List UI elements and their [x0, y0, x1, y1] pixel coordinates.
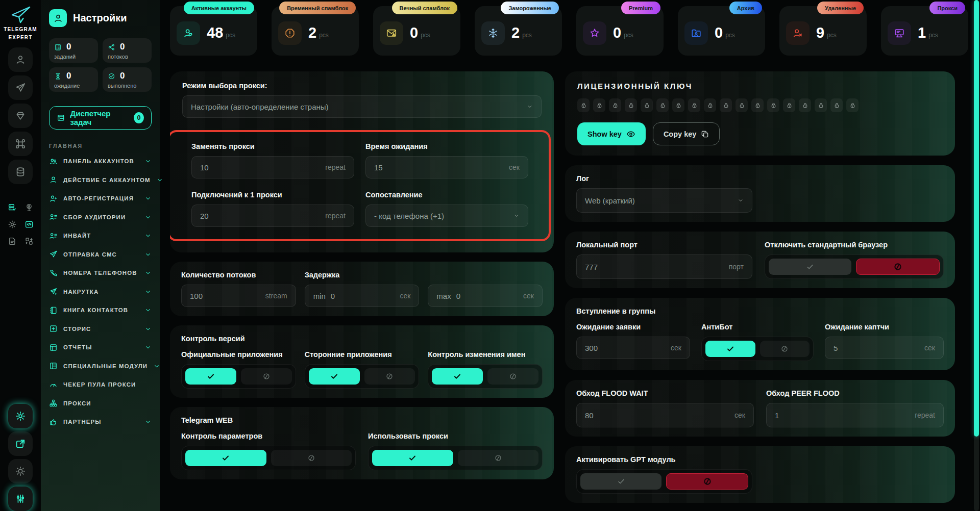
wait-time-input[interactable]: 15 сек: [365, 156, 528, 178]
disable-browser-toggle: [765, 254, 944, 279]
toggle-off-option[interactable]: [666, 473, 748, 490]
toggle-on-option[interactable]: [432, 368, 483, 385]
toggle-on-option[interactable]: [580, 473, 662, 490]
rail-mini-button[interactable]: [24, 236, 34, 246]
rail-button[interactable]: [8, 487, 33, 511]
toggle-off-option[interactable]: [458, 450, 539, 466]
rail-button[interactable]: [8, 47, 33, 72]
mapping-field: Сопоставление - код телефона (+1): [365, 191, 528, 227]
threads-field: Количество потоков 100 stream: [181, 271, 296, 307]
report-icon: [49, 343, 58, 352]
status-value: 0: [410, 25, 418, 40]
sidebar-menu-item[interactable]: НОМЕРА ТЕЛЕФОНОВ: [49, 264, 152, 283]
lock-icon: [783, 98, 795, 112]
rail-button[interactable]: [8, 132, 33, 156]
show-key-button[interactable]: Show key: [577, 122, 646, 145]
sidebar-menu-item[interactable]: ПАРТНЕРЫ: [49, 413, 152, 431]
chevron-down-icon: [513, 213, 520, 219]
lock-icon: [736, 98, 748, 112]
peer-flood-input[interactable]: 1 repeat: [766, 403, 944, 427]
rail-mini-button[interactable]: [24, 219, 34, 229]
rail-button[interactable]: [8, 104, 33, 128]
menu-item-label: ОТЧЕТЫ: [63, 344, 92, 350]
chevron-down-icon: [527, 104, 533, 110]
status-unit: pcs: [624, 32, 633, 40]
menu-item-label: ПАРТНЕРЫ: [63, 419, 102, 425]
status-value: 48: [207, 25, 223, 40]
toggle-on-option[interactable]: [372, 450, 453, 466]
sidebar-menu-item[interactable]: ОТЧЕТЫ: [49, 338, 152, 357]
chevron-down-icon: [144, 251, 152, 258]
rail-button[interactable]: [8, 459, 33, 483]
chevron-down-icon: [738, 197, 744, 203]
rail-button[interactable]: [8, 431, 33, 456]
scrollbar-thumb[interactable]: [974, 0, 979, 437]
connections-input[interactable]: 20 repeat: [191, 205, 354, 227]
rail-mini-button[interactable]: [7, 236, 17, 246]
toggle-off-option[interactable]: [364, 368, 415, 385]
captcha-wait-input[interactable]: 5 сек: [825, 337, 944, 359]
status-icon-tile: [888, 21, 911, 45]
sidebar-menu-item[interactable]: СБОР АУДИТОРИИ: [49, 208, 152, 227]
replace-proxy-input[interactable]: 10 repeat: [191, 156, 354, 178]
sidebar-menu-item[interactable]: ПАНЕЛЬ АККАУНТОВ: [49, 152, 152, 171]
request-wait-input[interactable]: 300 сек: [576, 337, 690, 359]
code-window-icon: [24, 220, 34, 229]
log-select[interactable]: Web (краткий): [576, 188, 752, 213]
counter-value: 0: [120, 71, 125, 81]
menu-item-label: АВТО-РЕГИСТРАЦИЯ: [63, 195, 134, 201]
flood-wait-input[interactable]: 80 сек: [576, 403, 754, 427]
toggle-on-option[interactable]: [185, 450, 266, 466]
version-control-panel: Контроль версий Официальные приложения: [170, 325, 554, 398]
lock-icon: [799, 98, 811, 112]
toggle-on-option[interactable]: [769, 259, 851, 275]
lock-icon: [720, 98, 732, 112]
rail-mini-button[interactable]: [7, 219, 17, 229]
toggle-off-option[interactable]: [856, 259, 940, 275]
rail-button[interactable]: [8, 160, 33, 184]
rail-button[interactable]: [8, 75, 33, 100]
sidebar-menu-item[interactable]: ДЕЙСТВИЕ С АККАУНТОМ: [49, 171, 152, 190]
chevron-down-icon: [144, 344, 152, 351]
sidebar-menu-item[interactable]: АВТО-РЕГИСТРАЦИЯ: [49, 189, 152, 208]
delay-min-input[interactable]: min 0 сек: [305, 285, 420, 307]
sidebar-menu-item[interactable]: ПРОКСИ: [49, 394, 152, 413]
delay-max-input[interactable]: max 0 сек: [428, 285, 543, 307]
sidebar-menu-item[interactable]: ОТПРАВКА СМС: [49, 245, 152, 264]
copy-key-button[interactable]: Copy key: [653, 122, 720, 145]
toggle-off-option[interactable]: [760, 341, 810, 357]
person-list-icon: [49, 213, 58, 221]
sidebar-menu-item[interactable]: КНИГА КОНТАКТОВ: [49, 301, 152, 320]
brand-logo[interactable]: TELEGRAM EXPERT: [4, 5, 37, 41]
status-value: 1: [918, 25, 926, 40]
task-manager-button[interactable]: Диспетчер задач 0: [49, 106, 152, 130]
rail-button[interactable]: [8, 404, 33, 428]
sidebar-menu-item[interactable]: СТОРИС: [49, 320, 152, 339]
rail-mini-button[interactable]: [24, 202, 34, 213]
antibot-toggle: [701, 337, 814, 361]
sidebar-menu-item[interactable]: ЧЕКЕР ПУЛА ПРОКСИ: [49, 375, 152, 394]
toggle-on-option[interactable]: [705, 341, 755, 357]
mapping-select[interactable]: - код телефона (+1): [365, 205, 528, 227]
page-title: Настройки: [73, 12, 127, 24]
toggle-on-option[interactable]: [309, 368, 360, 385]
scrollbar-track[interactable]: [974, 0, 979, 511]
proxy-mode-select[interactable]: Настройки (авто-определение страны): [182, 95, 542, 118]
toggle-on-option[interactable]: [185, 368, 236, 385]
status-icon-tile: [380, 21, 403, 45]
status-card: Прокси 1 pcs: [881, 6, 968, 56]
license-key-panel: ЛИЦЕНЗИОННЫЙ КЛЮЧ Show key Copy key: [565, 71, 955, 156]
toggle-off-option[interactable]: [271, 450, 352, 466]
sidebar-menu-item[interactable]: ИНВАЙТ: [49, 226, 152, 245]
toggle-off-option[interactable]: [241, 368, 292, 385]
toggle-off-option[interactable]: [487, 368, 538, 385]
status-card: Замороженные 2 pcs: [475, 6, 562, 56]
mail-alert-icon: [386, 28, 397, 39]
server-check-icon: [8, 203, 17, 212]
sidebar-menu-item[interactable]: СПЕЦИАЛЬНЫЕ МОДУЛИ: [49, 357, 152, 376]
rail-mini-button[interactable]: [7, 202, 17, 213]
local-port-input[interactable]: 777 порт: [576, 254, 752, 279]
threads-input[interactable]: 100 stream: [181, 285, 296, 307]
sidebar-menu-item[interactable]: НАКРУТКА: [49, 283, 152, 301]
link-out-icon: [15, 438, 26, 449]
